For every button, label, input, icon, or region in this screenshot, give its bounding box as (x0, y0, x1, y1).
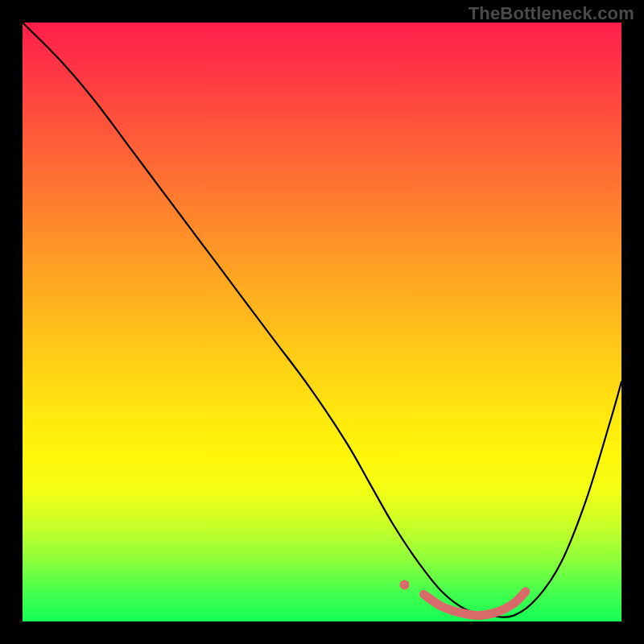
marker-start-dot (400, 580, 410, 590)
curve-svg (23, 23, 621, 621)
bottleneck-curve (23, 23, 621, 617)
flat-bottom-marker (424, 592, 526, 616)
plot-area (23, 23, 621, 621)
chart-container: TheBottleneck.com (0, 0, 644, 644)
watermark-text: TheBottleneck.com (469, 3, 634, 24)
